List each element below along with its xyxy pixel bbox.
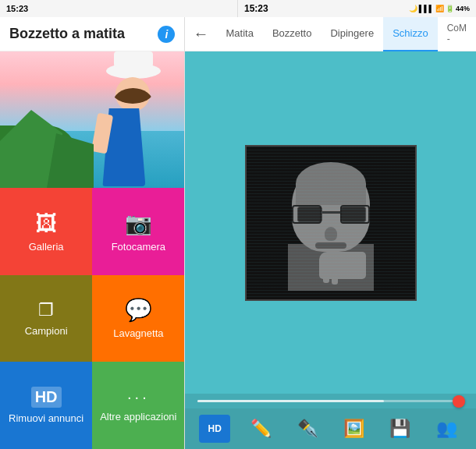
slider-area	[185, 394, 476, 408]
photo-frame	[245, 145, 417, 301]
pencil-tool-button[interactable]: ✏️	[246, 413, 277, 444]
gallery-label: Galleria	[29, 241, 64, 253]
share-tool-button[interactable]: 👥	[431, 413, 462, 444]
gallery-tool-icon: 🖼️	[343, 419, 364, 439]
slider-thumb[interactable]	[453, 395, 465, 408]
pencil-tool-icon: ✏️	[250, 419, 272, 439]
lavagna-label: Lavagnetta	[113, 327, 163, 339]
gallery-icon: 🖼	[35, 210, 57, 236]
samples-icon: ❐	[38, 300, 54, 320]
hd-tool-button[interactable]: HD	[199, 415, 230, 443]
remove-label: Rimuovi annunci	[9, 412, 83, 424]
status-icons: 🌙 ▌▌▌ 📶 🔋 44%	[409, 5, 470, 12]
camera-icon: 📷	[125, 210, 152, 236]
lavagna-icon: 💬	[125, 297, 152, 323]
bottom-toolbar: HD ✏️ ✒️ 🖼️ 💾 👥	[185, 408, 476, 449]
save-tool-icon: 💾	[389, 419, 410, 439]
gallery-tool-button[interactable]: 🖼️	[338, 413, 369, 444]
portrait	[247, 147, 415, 299]
hd-icon: HD	[31, 387, 62, 408]
intensity-slider[interactable]	[197, 400, 464, 402]
tab-comic[interactable]: CoM -	[438, 17, 476, 51]
left-panel: Bozzetto a matita i	[0, 17, 185, 449]
tab-bozzetto[interactable]: Bozzetto	[263, 17, 321, 51]
grid-buttons: 🖼 Galleria 📷 Fotocamera ❐ Campioni 💬 Lav…	[0, 188, 184, 449]
tabs: Matita Bozzetto Dipingere Schizzo CoM -	[216, 17, 476, 51]
left-status-time: 15:23	[6, 4, 231, 13]
edit-tool-icon: ✒️	[297, 419, 318, 439]
more-apps-button[interactable]: ··· Altre applicazioni	[92, 362, 184, 449]
camera-label: Fotocamera	[112, 241, 165, 253]
share-tool-icon: 👥	[436, 419, 457, 439]
left-header: Bozzetto a matita i	[0, 17, 184, 51]
battery-percent: 44%	[456, 5, 470, 12]
tab-schizzo[interactable]: Schizzo	[383, 17, 438, 51]
right-header: ← Matita Bozzetto Dipingere Schizzo CoM …	[185, 17, 476, 51]
camera-button[interactable]: 📷 Fotocamera	[92, 188, 184, 275]
tab-matita[interactable]: Matita	[216, 17, 262, 51]
tab-dipingere[interactable]: Dipingere	[321, 17, 383, 51]
info-button[interactable]: i	[158, 26, 175, 43]
back-button[interactable]: ←	[185, 17, 216, 51]
remove-ads-button[interactable]: HD Rimuovi annunci	[0, 362, 92, 449]
canvas-area	[185, 51, 476, 394]
save-tool-button[interactable]: 💾	[385, 413, 416, 444]
right-status-time: 15:23	[244, 3, 268, 14]
lavagna-button[interactable]: 💬 Lavagnetta	[92, 275, 184, 362]
more-label: Altre applicazioni	[100, 411, 176, 422]
samples-button[interactable]: ❐ Campioni	[0, 275, 92, 362]
gallery-button[interactable]: 🖼 Galleria	[0, 188, 92, 275]
edit-tool-button[interactable]: ✒️	[292, 413, 323, 444]
hero-image	[0, 51, 184, 188]
app-title: Bozzetto a matita	[9, 26, 158, 42]
right-panel: ← Matita Bozzetto Dipingere Schizzo CoM …	[185, 17, 476, 449]
samples-label: Campioni	[25, 325, 68, 337]
more-icon: ···	[127, 388, 150, 406]
